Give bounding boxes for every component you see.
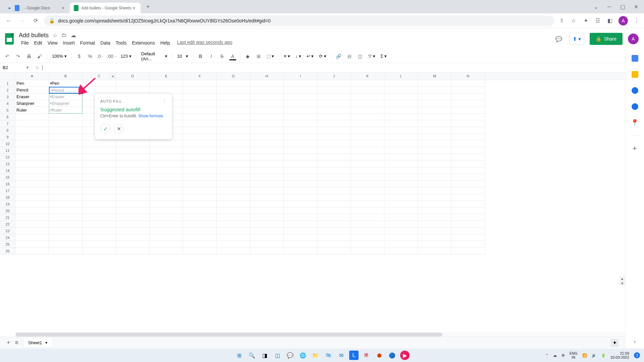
- cell[interactable]: [418, 228, 451, 234]
- cell[interactable]: [83, 174, 116, 181]
- cell[interactable]: [217, 214, 250, 221]
- cell[interactable]: [49, 181, 83, 187]
- cell[interactable]: [250, 87, 284, 94]
- row-header[interactable]: 15: [0, 174, 15, 181]
- cell[interactable]: [351, 234, 384, 241]
- cell[interactable]: [250, 221, 284, 228]
- app-l-icon[interactable]: L: [349, 351, 359, 360]
- percent-button[interactable]: %: [85, 52, 95, 61]
- cell[interactable]: [418, 221, 451, 228]
- sheet-tab[interactable]: Sheet1 ▼: [23, 338, 53, 348]
- reading-list-icon[interactable]: ☲: [594, 17, 601, 24]
- cell[interactable]: [317, 207, 351, 214]
- cell[interactable]: [15, 221, 49, 228]
- cell[interactable]: [418, 181, 451, 187]
- explorer-icon[interactable]: 📁: [311, 351, 320, 360]
- cell[interactable]: [351, 134, 384, 140]
- edge-icon[interactable]: 🌐: [298, 351, 308, 360]
- cell[interactable]: [49, 187, 83, 194]
- add-sheet-button[interactable]: +: [7, 339, 10, 346]
- cell[interactable]: [384, 187, 418, 194]
- cell[interactable]: [418, 147, 451, 154]
- cell[interactable]: [384, 107, 418, 114]
- cell[interactable]: [116, 207, 150, 214]
- cell[interactable]: [116, 147, 150, 154]
- cell[interactable]: [83, 201, 116, 207]
- cell[interactable]: [317, 134, 351, 140]
- cell[interactable]: [451, 120, 485, 127]
- cell[interactable]: [250, 214, 284, 221]
- cell[interactable]: [183, 114, 217, 120]
- cell[interactable]: [83, 80, 116, 87]
- row-header[interactable]: 14: [0, 167, 15, 174]
- cell[interactable]: [217, 134, 250, 140]
- cell[interactable]: [49, 201, 83, 207]
- menu-data[interactable]: Data: [98, 40, 113, 46]
- cell[interactable]: [217, 140, 250, 147]
- last-edit-link[interactable]: Last edit was seconds ago: [177, 40, 232, 46]
- col-header-N[interactable]: N: [451, 72, 485, 80]
- cell[interactable]: [284, 194, 317, 201]
- cell[interactable]: [83, 248, 116, 254]
- chrome-icon[interactable]: 🔵: [387, 351, 397, 360]
- cell[interactable]: [351, 194, 384, 201]
- cell[interactable]: [384, 167, 418, 174]
- cell[interactable]: [150, 161, 183, 167]
- cell[interactable]: [83, 87, 116, 94]
- cell[interactable]: [351, 221, 384, 228]
- row-header[interactable]: 20: [0, 207, 15, 214]
- cell[interactable]: [284, 248, 317, 254]
- cell[interactable]: [150, 154, 183, 161]
- chevron-down-icon[interactable]: ▼: [45, 341, 48, 345]
- cell[interactable]: [284, 161, 317, 167]
- cell[interactable]: [217, 207, 250, 214]
- cell[interactable]: [317, 228, 351, 234]
- cell[interactable]: [284, 221, 317, 228]
- cell[interactable]: [317, 181, 351, 187]
- row-header[interactable]: 12: [0, 154, 15, 161]
- cell[interactable]: [418, 107, 451, 114]
- row-header[interactable]: 23: [0, 228, 15, 234]
- italic-button[interactable]: I: [207, 52, 216, 61]
- cell[interactable]: [418, 127, 451, 134]
- cell[interactable]: [418, 241, 451, 248]
- col-header-G[interactable]: G: [217, 72, 250, 80]
- cell[interactable]: [250, 167, 284, 174]
- cell[interactable]: [351, 174, 384, 181]
- cell[interactable]: [418, 87, 451, 94]
- cell[interactable]: [317, 241, 351, 248]
- cell[interactable]: [284, 80, 317, 87]
- cell[interactable]: [384, 234, 418, 241]
- cell[interactable]: [351, 187, 384, 194]
- cell[interactable]: [418, 167, 451, 174]
- cell[interactable]: [217, 174, 250, 181]
- cell[interactable]: [451, 80, 485, 87]
- col-header-B[interactable]: B: [49, 72, 83, 80]
- menu-extensions[interactable]: Extensions: [129, 40, 157, 46]
- row-header[interactable]: 9: [0, 134, 15, 140]
- cell[interactable]: [217, 107, 250, 114]
- menu-icon[interactable]: ⋮: [633, 17, 640, 24]
- show-formula-link[interactable]: Show formula: [138, 114, 163, 118]
- cell[interactable]: [116, 161, 150, 167]
- cell[interactable]: [384, 174, 418, 181]
- cell[interactable]: [83, 228, 116, 234]
- bold-button[interactable]: B: [196, 52, 205, 61]
- close-icon[interactable]: ×: [131, 5, 137, 11]
- cell[interactable]: [451, 147, 485, 154]
- cell[interactable]: [83, 221, 116, 228]
- chart-button[interactable]: ◫: [356, 52, 365, 61]
- cell[interactable]: [250, 174, 284, 181]
- cell[interactable]: [150, 234, 183, 241]
- cell[interactable]: [351, 140, 384, 147]
- cell[interactable]: [49, 234, 83, 241]
- cell[interactable]: [49, 154, 83, 161]
- cell[interactable]: [250, 234, 284, 241]
- reject-autofill-button[interactable]: ✕: [114, 124, 124, 134]
- cell[interactable]: [384, 94, 418, 100]
- cell[interactable]: [384, 140, 418, 147]
- cell[interactable]: [83, 187, 116, 194]
- comment-button[interactable]: ⊟: [345, 52, 354, 61]
- cell[interactable]: [217, 221, 250, 228]
- cell[interactable]: [250, 94, 284, 100]
